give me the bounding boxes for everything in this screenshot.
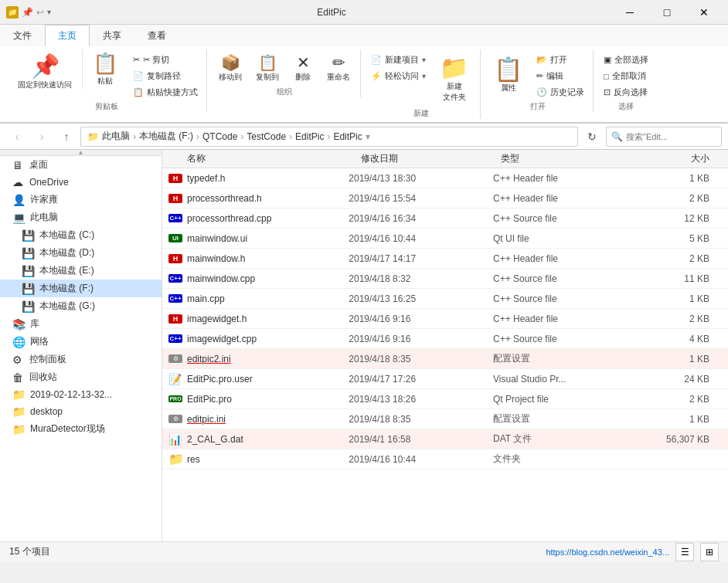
file-icon: C++: [168, 212, 182, 225]
open-btn[interactable]: 📂 打开: [532, 53, 588, 67]
table-row[interactable]: H mainwindow.h 2019/4/17 14:17 C++ Heade…: [162, 249, 728, 269]
paste-shortcut-icon: 📋: [133, 87, 144, 97]
paste-btn[interactable]: 📋 粘贴: [86, 49, 124, 89]
sidebar-item-network[interactable]: 🌐 网络: [0, 333, 162, 351]
recycle-icon: 🗑: [12, 371, 25, 384]
sidebar-item-onedrive[interactable]: ☁ OneDrive: [0, 174, 162, 191]
select-all-btn[interactable]: ▣ 全部选择: [600, 53, 652, 67]
sidebar-item-desktop[interactable]: 🖥 桌面: [0, 156, 162, 174]
table-row[interactable]: C++ imagewidget.cpp 2019/4/16 9:16 C++ S…: [162, 329, 728, 349]
file-type: C++ Header file: [493, 253, 638, 264]
col-type[interactable]: 类型: [501, 152, 640, 165]
table-row[interactable]: PRO EditPic.pro 2019/4/13 18:26 Qt Proje…: [162, 389, 728, 409]
file-date: 2019/4/16 10:44: [349, 454, 493, 465]
undo-btn[interactable]: ↩: [36, 7, 44, 18]
quick-access-pin[interactable]: 📌: [22, 7, 33, 18]
copy-to-btn[interactable]: 📋 复制到: [250, 53, 284, 85]
file-size: 1 KB: [638, 414, 722, 425]
easy-access-btn[interactable]: ⚡ 轻松访问 ▾: [367, 69, 430, 83]
file-type: DAT 文件: [493, 432, 638, 446]
sidebar-item-drive-g[interactable]: 💾 本地磁盘 (G:): [0, 297, 162, 315]
copy-path-icon: 📄: [133, 71, 144, 81]
sidebar-item-drive-e[interactable]: 💾 本地磁盘 (E:): [0, 262, 162, 280]
scissors-icon: ✂: [133, 55, 140, 65]
ui-file-icon: UI: [168, 234, 182, 242]
search-box[interactable]: 🔍: [606, 127, 722, 147]
status-link: https://blog.csdn.net/weixin_43...: [546, 547, 669, 557]
view-tile-btn[interactable]: ⊞: [700, 543, 719, 561]
cut-btn[interactable]: ✂ ✂ 剪切: [129, 53, 202, 67]
table-row[interactable]: C++ processorthread.cpp 2019/4/16 16:34 …: [162, 208, 728, 229]
sidebar-item-library[interactable]: 📚 库: [0, 315, 162, 333]
path-part-0: 此电脑: [102, 130, 130, 143]
desktop2-icon: 📁: [12, 405, 26, 418]
col-date[interactable]: 修改日期: [361, 152, 500, 165]
back-btn[interactable]: ‹: [6, 126, 28, 147]
col-name[interactable]: 名称: [168, 152, 361, 165]
col-size[interactable]: 大小: [640, 152, 722, 165]
file-date: 2019/4/17 17:26: [349, 374, 493, 385]
properties-btn[interactable]: 📋 属性: [487, 53, 529, 99]
invert-selection-btn[interactable]: ⊡ 反向选择: [600, 85, 652, 100]
table-row[interactable]: 📝 EditPic.pro.user 2019/4/17 17:26 Visua…: [162, 369, 728, 389]
new-folder-btn[interactable]: 📁 新建文件夹: [433, 53, 475, 107]
forward-btn[interactable]: ›: [31, 126, 53, 147]
file-icon: C++: [168, 292, 182, 306]
up-btn[interactable]: ↑: [56, 126, 77, 147]
sidebar-item-controlpanel[interactable]: ⚙ 控制面板: [0, 351, 162, 368]
file-name: imagewidget.cpp: [187, 334, 257, 344]
file-icon: H: [168, 252, 182, 266]
pin-to-quickaccess-btn[interactable]: 📌 固定到快速访问: [11, 49, 79, 96]
sidebar-item-drive-d[interactable]: 💾 本地磁盘 (D:): [0, 244, 162, 262]
rename-btn[interactable]: ✏ 重命名: [321, 53, 355, 85]
sidebar-item-user[interactable]: 👤 许家雍: [0, 191, 162, 208]
table-row[interactable]: C++ mainwindow.cpp 2019/4/18 8:32 C++ So…: [162, 269, 728, 289]
tab-home[interactable]: 主页: [45, 25, 90, 46]
table-row[interactable]: ⚙ editpic2.ini 2019/4/18 8:35 配置设置 1 KB: [162, 349, 728, 369]
sidebar-item-drive-c[interactable]: 💾 本地磁盘 (C:): [0, 226, 162, 244]
tab-view[interactable]: 查看: [134, 25, 179, 46]
view-list-btn[interactable]: ☰: [675, 543, 694, 561]
sidebar-item-drive-f[interactable]: 💾 本地磁盘 (F:): [0, 280, 162, 297]
sidebar-item-folder1[interactable]: 📁 2019-02-12-13-32...: [0, 386, 162, 403]
table-row[interactable]: ⚙ editpic.ini 2019/4/18 8:35 配置设置 1 KB: [162, 409, 728, 429]
maximize-btn[interactable]: □: [649, 0, 685, 25]
history-btn[interactable]: 🕐 历史记录: [532, 85, 588, 100]
copy-to-icon: 📋: [258, 55, 277, 70]
paste-shortcut-btn[interactable]: 📋 粘贴快捷方式: [129, 85, 202, 100]
delete-btn[interactable]: ✕ 删除: [287, 53, 318, 85]
sidebar-item-thispc[interactable]: 💻 此电脑: [0, 208, 162, 226]
table-row[interactable]: H typedef.h 2019/4/13 18:30 C++ Header f…: [162, 168, 728, 188]
close-btn[interactable]: ✕: [686, 0, 722, 25]
minimize-btn[interactable]: ─: [612, 0, 648, 25]
table-row[interactable]: H processorthread.h 2019/4/16 15:54 C++ …: [162, 188, 728, 208]
table-row[interactable]: 📊 2_CAL_G.dat 2019/4/1 16:58 DAT 文件 56,3…: [162, 429, 728, 449]
sidebar-item-mura[interactable]: 📁 MuraDetector现场: [0, 420, 162, 438]
new-item-btn[interactable]: 📄 新建项目 ▾: [367, 53, 430, 67]
select-all-icon: ▣: [604, 55, 611, 65]
copy-path-btn[interactable]: 📄 复制路径: [129, 69, 202, 83]
edit-btn[interactable]: ✏ 编辑: [532, 69, 588, 83]
file-date: 2019/4/1 16:58: [349, 434, 493, 445]
sidebar-item-recycle[interactable]: 🗑 回收站: [0, 368, 162, 386]
tab-share[interactable]: 共享: [90, 25, 134, 46]
search-input[interactable]: [626, 132, 728, 141]
table-row[interactable]: 📁 res 2019/4/16 10:44 文件夹: [162, 449, 728, 469]
table-row[interactable]: UI mainwindow.ui 2019/4/16 10:44 Qt UI f…: [162, 229, 728, 249]
tab-file[interactable]: 文件: [0, 25, 45, 46]
file-name-cell: H processorthread.h: [168, 192, 349, 205]
move-to-btn[interactable]: 📦 移动到: [213, 53, 247, 85]
sidebar-collapse-btn[interactable]: ▲: [0, 150, 162, 156]
invert-icon: ⊡: [604, 87, 611, 97]
path-part-1: 本地磁盘 (F:): [139, 130, 193, 143]
address-path[interactable]: 📁 此电脑 › 本地磁盘 (F:) › QTCode › TestCode › …: [80, 127, 578, 147]
file-icon: C++: [168, 272, 182, 286]
refresh-btn[interactable]: ↻: [581, 126, 603, 147]
table-row[interactable]: C++ main.cpp 2019/4/13 16:25 C++ Source …: [162, 289, 728, 309]
table-row[interactable]: H imagewidget.h 2019/4/16 9:16 C++ Heade…: [162, 309, 728, 329]
sidebar-item-desktop2[interactable]: 📁 desktop: [0, 403, 162, 420]
file-icon: 📝: [168, 372, 182, 386]
deselect-all-btn[interactable]: □ 全部取消: [600, 69, 652, 83]
file-icon: ⚙: [168, 352, 182, 366]
file-date: 2019/4/17 14:17: [349, 253, 493, 264]
